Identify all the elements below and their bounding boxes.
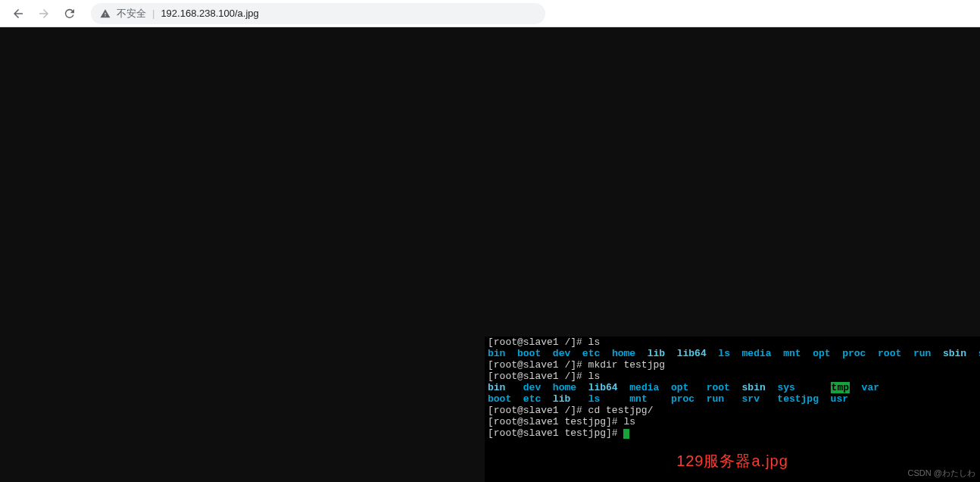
term-line-cd: [root@slave1 /]# cd testjpg/ bbox=[488, 405, 977, 416]
cursor-icon bbox=[623, 429, 629, 439]
term-line-mkdir: [root@slave1 /]# mkdir testjpg bbox=[488, 359, 977, 371]
warning-icon bbox=[100, 8, 111, 19]
divider: | bbox=[152, 8, 154, 19]
insecure-label: 不安全 bbox=[117, 7, 146, 20]
term-line-ls2: [root@slave1 /]# ls bbox=[488, 371, 977, 382]
term-ls2-row1: bin dev home lib64 media opt root sbin s… bbox=[488, 382, 977, 393]
forward-button[interactable] bbox=[33, 3, 55, 24]
term-line-ls3: [root@slave1 testjpg]# ls bbox=[488, 416, 977, 427]
terminal-panel: [root@slave1 /]# ls bin boot dev etc hom… bbox=[485, 336, 980, 482]
url-text: 192.168.238.100/a.jpg bbox=[161, 8, 258, 19]
address-bar[interactable]: 不安全 | 192.168.238.100/a.jpg bbox=[91, 3, 545, 24]
browser-toolbar: 不安全 | 192.168.238.100/a.jpg bbox=[0, 0, 980, 27]
term-line-last: [root@slave1 testjpg]# bbox=[488, 427, 977, 439]
term-ls1: bin boot dev etc home lib lib64 ls media… bbox=[488, 348, 977, 359]
back-button[interactable] bbox=[8, 3, 29, 24]
reload-button[interactable] bbox=[59, 3, 80, 24]
term-ls2-row2: boot etc lib ls mnt proc run srv testjpg… bbox=[488, 393, 977, 405]
watermark: CSDN @わたしわ bbox=[908, 468, 975, 479]
term-prompt-final: [root@slave1 testjpg]# bbox=[488, 427, 623, 439]
red-caption: 129服务器a.jpg bbox=[488, 455, 977, 467]
page-content: [root@slave1 /]# ls bin boot dev etc hom… bbox=[0, 27, 980, 482]
term-line-prompt0: [root@slave1 /]# ls bbox=[488, 336, 977, 348]
